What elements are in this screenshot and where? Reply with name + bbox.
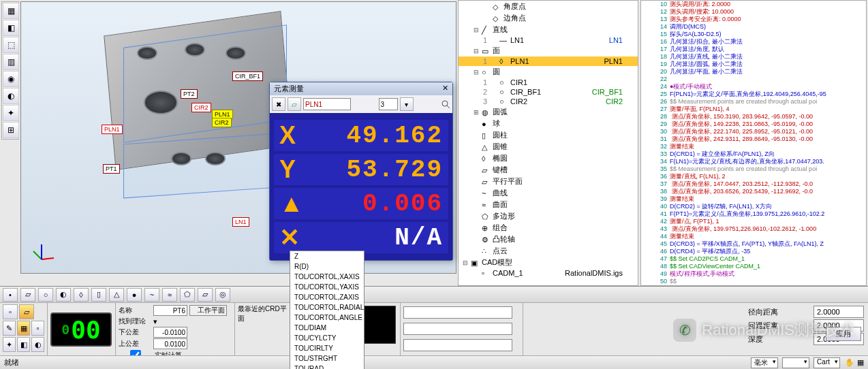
tree-row[interactable]: 3○CIR2CIR2 xyxy=(459,97,638,106)
tree-row[interactable]: ⊟▭面 xyxy=(459,45,638,57)
dropdown-item[interactable]: TOL/CYLCTY xyxy=(290,333,364,343)
cancel-icon[interactable]: ✖ xyxy=(272,97,285,111)
toolbar-icon[interactable]: ~ xyxy=(144,288,159,302)
code-line[interactable]: 10测头调用/距离: 2.0000 xyxy=(641,1,866,8)
tag-ln1[interactable]: LN1 xyxy=(232,217,249,227)
toolbar-icon[interactable]: ⬠ xyxy=(180,288,195,302)
tag-pt2[interactable]: PT2 xyxy=(181,89,198,99)
code-line[interactable]: 45D(CRD3) = 平移/X轴原点, FA(PT1), Y轴原点, FA(L… xyxy=(641,240,866,248)
tree-row[interactable]: ◇角度点 xyxy=(459,1,638,12)
code-line[interactable]: 17几何算法/角度, 默认 xyxy=(641,46,866,53)
tree-row[interactable]: 2○CIR_BF1CIR_BF1 xyxy=(459,87,638,97)
toolbar-icon[interactable]: ◐ xyxy=(56,288,71,302)
code-line[interactable]: 14调用/D(MCS) xyxy=(641,23,866,31)
tree-row[interactable]: ◊椭圆 xyxy=(459,153,638,164)
code-line[interactable]: 19几何算法/圆弧, 最小二乘法 xyxy=(641,61,866,68)
code-line[interactable]: 26$$ Measurement points are created thro… xyxy=(641,98,866,106)
mode-icon[interactable]: ▦ xyxy=(17,321,30,336)
code-line[interactable]: 50$$ xyxy=(641,278,866,285)
tree-row[interactable]: 1—LN1LN1 xyxy=(459,35,638,45)
code-line[interactable]: 27测量/平面, F(PLN1), 4 xyxy=(641,106,866,113)
dropdown-item[interactable]: TOL/CORTOL,RADIAL xyxy=(290,302,364,312)
tag-cir2[interactable]: CIR2 xyxy=(191,103,211,112)
feature-name-input[interactable] xyxy=(303,98,351,110)
dropdown-item[interactable]: TOL/CIRLTY xyxy=(290,343,364,353)
dropdown-item[interactable]: TOL/DIAM xyxy=(290,323,364,333)
code-line[interactable]: 39测量结束 xyxy=(641,195,866,203)
toolbar-icon[interactable]: ◊ xyxy=(74,288,89,302)
unit-combo[interactable]: 毫米 xyxy=(751,357,778,368)
lower-tol-input[interactable] xyxy=(153,327,187,338)
code-line[interactable]: 41F(PT1)=元素定义/点,直角坐标,139.9751,226.9610,-… xyxy=(641,210,866,218)
code-line[interactable]: 47$$ Set CAD2PCS CADM_1 xyxy=(641,255,866,263)
tool-icon[interactable]: ◧ xyxy=(3,20,19,36)
code-line[interactable]: 18几何算法/直线, 最小二乘法 xyxy=(641,53,866,61)
dropdown-item[interactable]: TOL/CORTOL,ANGLE xyxy=(290,312,364,323)
dropdown-item[interactable]: TOL/STRGHT xyxy=(290,353,364,364)
tag-pt1[interactable]: PT1 xyxy=(103,164,120,174)
point-count-input[interactable] xyxy=(379,98,398,110)
code-line[interactable]: 20几何算法/平面, 最小二乘法 xyxy=(641,68,866,76)
code-line[interactable]: 29 测点/直角坐标, 149.2238, 231.0863, -95.0199… xyxy=(641,121,866,128)
tree-row[interactable]: ▫CADM_1RationalDMIS.igs xyxy=(459,268,638,278)
code-line[interactable]: 42测量/点, F(PT1), 1 xyxy=(641,218,866,225)
code-line[interactable]: 37 测点/直角坐标, 147.0447, 203.2512, -112.938… xyxy=(641,180,866,188)
tree-row[interactable]: ▱键槽 xyxy=(459,164,638,176)
code-line[interactable]: 12测头调用/搜索: 10.0000 xyxy=(641,8,866,16)
tree-row[interactable]: △圆锥 xyxy=(459,141,638,153)
code-line[interactable]: 13测头参考安全距离: 0.0000 xyxy=(641,16,866,23)
mode-icon[interactable]: ▫ xyxy=(3,304,18,319)
field-input[interactable] xyxy=(403,306,512,319)
empty-combo[interactable] xyxy=(782,357,809,368)
upper-tol-input[interactable] xyxy=(153,338,187,349)
hand-icon[interactable]: ✋ xyxy=(845,358,854,367)
toolbar-icon[interactable]: ≈ xyxy=(162,288,177,302)
tool-icon[interactable]: ✦ xyxy=(3,105,19,121)
code-line[interactable]: 34F(LN1)=元素定义/直线,有边界的,直角坐标,147.0447,203. xyxy=(641,158,866,165)
axis-icon[interactable]: ✦ xyxy=(3,337,16,352)
tool-icon[interactable]: ◉ xyxy=(3,71,19,87)
code-line[interactable]: 49模式/程序模式,手动模式 xyxy=(641,270,866,278)
tree-row[interactable]: ⚙凸轮轴 xyxy=(459,234,638,245)
tag-cir2b[interactable]: CIR2 xyxy=(212,118,232,127)
feature-name-input[interactable] xyxy=(153,305,187,316)
radial-dist-input[interactable] xyxy=(813,306,864,318)
tree-row[interactable]: ▱平行平面 xyxy=(459,176,638,187)
tree-row[interactable]: ⊕组合 xyxy=(459,222,638,234)
tag-pln1b[interactable]: PLN1 xyxy=(102,125,123,134)
dro-row-x[interactable]: X 49.162 xyxy=(274,120,448,151)
toolbar-icon[interactable]: ● xyxy=(127,288,142,302)
dro-row-form[interactable]: ▲ 0.006 xyxy=(274,188,448,219)
search-icon[interactable] xyxy=(441,99,450,109)
code-line[interactable]: 46D(CRD4) = 平移/Z轴原点, -35 xyxy=(641,248,866,255)
cart-combo[interactable]: Cart xyxy=(813,357,840,368)
code-line[interactable]: 35$$ Measurement points are created thro… xyxy=(641,165,866,173)
tree-row[interactable]: ≈曲面 xyxy=(459,199,638,210)
code-line[interactable]: 48$$ Set CADViewCenter CADM_1 xyxy=(641,263,866,270)
dropdown-item[interactable]: TOL/CORTOL,YAXIS xyxy=(290,282,364,292)
dropdown-item[interactable]: R(D) xyxy=(290,261,364,272)
code-line[interactable]: 32测量结束 xyxy=(641,143,866,150)
code-panel[interactable]: 10测头调用/距离: 2.000012测头调用/搜索: 10.000013测头参… xyxy=(640,0,867,286)
dropdown-item[interactable]: Z xyxy=(290,251,364,261)
code-line[interactable]: 16几何算法/拟合, 最小二乘法 xyxy=(641,38,866,46)
field-input[interactable] xyxy=(403,339,512,351)
tree-row[interactable]: ◇边角点 xyxy=(459,12,638,24)
code-line[interactable]: 22 xyxy=(641,76,866,83)
plane-icon[interactable]: ▱ xyxy=(288,97,301,111)
code-line[interactable]: 43 测点/直角坐标, 139.9751,226.9610,-102.2612,… xyxy=(641,225,866,233)
close-icon[interactable]: ✕ xyxy=(442,84,448,94)
tree-row[interactable]: 1◊PLN1PLN1 xyxy=(459,57,638,66)
tree-row[interactable]: 1○CIR1 xyxy=(459,78,638,87)
code-line[interactable]: 15探头/SA(L30-D2.5) xyxy=(641,31,866,38)
dropdown-item[interactable]: TOL/CORTOL,ZAXIS xyxy=(290,292,364,302)
tree-row[interactable]: ∴点云 xyxy=(459,245,638,257)
code-line[interactable]: 33D(CRD1) = 建立坐标系/FA(PLN1), Z向 xyxy=(641,150,866,158)
dro-row-na[interactable]: ✕ N/A xyxy=(274,222,448,253)
tool-icon[interactable]: ⬚ xyxy=(3,37,19,53)
dropdown-icon[interactable]: ▾ xyxy=(153,317,157,326)
mode-icon[interactable]: ▱ xyxy=(19,304,34,319)
mode-icon[interactable]: ◧ xyxy=(17,337,30,352)
tree-row[interactable]: ⊟○圆 xyxy=(459,66,638,78)
code-line[interactable]: 36测量/直线, F(LN1), 2 xyxy=(641,173,866,180)
